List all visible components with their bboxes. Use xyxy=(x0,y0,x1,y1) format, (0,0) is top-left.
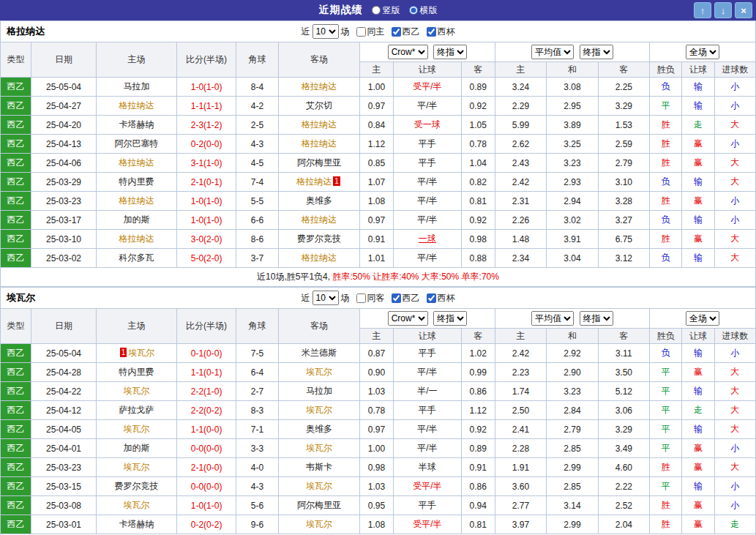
team-link[interactable]: 埃瓦尔 xyxy=(306,443,332,453)
scope-select[interactable]: 全场 xyxy=(686,311,719,326)
same-venue-checkbox[interactable]: 同主 xyxy=(356,26,385,38)
recent-count-select[interactable]: 10 xyxy=(312,24,339,39)
team-link[interactable]: 加的斯 xyxy=(124,214,150,225)
score-cell[interactable]: 1-0(1-0) xyxy=(177,496,236,515)
score-cell[interactable]: 0-0(0-0) xyxy=(177,439,236,458)
score-cell[interactable]: 1-0(1-0) xyxy=(177,211,236,230)
league-input[interactable] xyxy=(392,27,401,37)
team-link[interactable]: 格拉纳达 xyxy=(119,195,154,206)
layout-horizontal-radio[interactable] xyxy=(409,6,418,15)
score-cell[interactable]: 1-0(1-0) xyxy=(177,78,236,97)
score-cell[interactable]: 1-0(1-0) xyxy=(177,192,236,211)
euro-time-select[interactable]: 终指 xyxy=(580,311,613,326)
layout-vertical-radio[interactable] xyxy=(372,6,381,15)
match-row: 西乙25-04-05埃瓦尔1-1(0-0)7-1奥维多0.97平/半0.922.… xyxy=(1,420,756,439)
cup-input[interactable] xyxy=(427,27,436,37)
team-link[interactable]: 埃瓦尔 xyxy=(306,405,332,415)
score-cell[interactable]: 2-1(0-1) xyxy=(177,173,236,192)
score-cell[interactable]: 0-2(0-0) xyxy=(177,135,236,154)
layout-radio-group: 竖版 横版 xyxy=(372,4,438,17)
score-cell[interactable]: 2-3(1-2) xyxy=(177,116,236,135)
odds-time-select[interactable]: 终指 xyxy=(433,311,467,326)
score-cell[interactable]: 1-1(0-1) xyxy=(177,363,236,382)
score-cell[interactable]: 0-0(0-0) xyxy=(177,477,236,496)
team-link[interactable]: 萨拉戈萨 xyxy=(119,405,154,415)
score-cell[interactable]: 3-0(2-0) xyxy=(177,230,236,249)
score-cell[interactable]: 2-2(1-0) xyxy=(177,382,236,401)
team-link[interactable]: 艾尔切 xyxy=(306,100,332,111)
team-link[interactable]: 埃瓦尔 xyxy=(124,462,150,472)
team-link[interactable]: 格拉纳达 xyxy=(302,138,337,149)
recent-count-select[interactable]: 10 xyxy=(312,291,339,305)
same-venue-checkbox[interactable]: 同客 xyxy=(356,292,385,304)
move-up-button[interactable]: ↑ xyxy=(694,2,711,18)
team-link[interactable]: 格拉纳达 xyxy=(119,157,154,168)
team-link[interactable]: 费罗尔竞技 xyxy=(297,233,341,244)
same-venue-input[interactable] xyxy=(356,27,366,37)
layout-vertical-option[interactable]: 竖版 xyxy=(372,4,400,17)
team-link[interactable]: 埃瓦尔 xyxy=(128,348,154,358)
move-down-button[interactable]: ↓ xyxy=(714,2,732,18)
euro-avg-select[interactable]: 平均值 xyxy=(531,311,574,326)
ah-home-odds: 0.98 xyxy=(359,458,393,477)
team-link[interactable]: 埃瓦尔 xyxy=(306,519,332,529)
team-link[interactable]: 埃瓦尔 xyxy=(306,367,332,377)
team-link[interactable]: 埃瓦尔 xyxy=(124,424,150,434)
team-link[interactable]: 米兰德斯 xyxy=(302,348,337,358)
layout-horizontal-option[interactable]: 横版 xyxy=(409,4,438,17)
odds-time-select[interactable]: 终指 xyxy=(433,45,467,59)
team-link[interactable]: 阿尔梅里亚 xyxy=(297,157,341,168)
team-link[interactable]: 格拉纳达 xyxy=(302,119,337,130)
bookmaker-select[interactable]: Crow* xyxy=(388,45,428,59)
team-link[interactable]: 科尔多瓦 xyxy=(119,252,154,263)
score-cell[interactable]: 2-2(0-2) xyxy=(177,401,236,420)
team-link[interactable]: 埃瓦尔 xyxy=(124,500,150,510)
goals-result-cell: 大 xyxy=(714,363,755,382)
team-link[interactable]: 阿尔巴塞特 xyxy=(115,138,159,149)
score-cell[interactable]: 0-1(0-0) xyxy=(177,344,236,363)
team-link[interactable]: 格拉纳达 xyxy=(119,233,154,244)
euro-avg-select[interactable]: 平均值 xyxy=(531,45,574,59)
team-link[interactable]: 格拉纳达 xyxy=(302,252,337,263)
team-link[interactable]: 费罗尔竞技 xyxy=(115,481,159,491)
score-cell[interactable]: 1-1(1-1) xyxy=(177,97,236,116)
score-cell[interactable]: 5-0(2-0) xyxy=(177,249,236,268)
league-checkbox[interactable]: 西乙 xyxy=(392,292,420,304)
team-link[interactable]: 埃瓦尔 xyxy=(306,481,332,491)
euro-away-odds: 6.75 xyxy=(598,230,649,249)
team-link[interactable]: 韦斯卡 xyxy=(306,462,332,472)
score-cell[interactable]: 3-1(1-0) xyxy=(177,154,236,173)
score-cell[interactable]: 0-2(0-2) xyxy=(177,515,236,534)
team-link[interactable]: 特内里费 xyxy=(119,176,154,187)
euro-time-select[interactable]: 终指 xyxy=(580,45,613,59)
home-team-cell: 埃瓦尔 xyxy=(96,496,177,515)
team-link[interactable]: 埃瓦尔 xyxy=(124,386,150,396)
away-team-cell: 格拉纳达 xyxy=(279,249,360,268)
bookmaker-select[interactable]: Crow* xyxy=(388,311,428,326)
team-link[interactable]: 加的斯 xyxy=(124,443,150,453)
away-team-cell: 艾尔切 xyxy=(279,97,360,116)
team-link[interactable]: 格拉纳达 xyxy=(296,176,332,187)
team-link[interactable]: 奥维多 xyxy=(306,195,332,206)
team-link[interactable]: 马拉加 xyxy=(306,386,332,396)
team-link[interactable]: 马拉加 xyxy=(124,81,150,91)
league-input[interactable] xyxy=(392,293,401,303)
cup-checkbox[interactable]: 西杯 xyxy=(427,292,455,304)
team-link[interactable]: 格拉纳达 xyxy=(302,81,337,91)
team-link[interactable]: 奥维多 xyxy=(306,424,332,434)
team-link[interactable]: 阿尔梅里亚 xyxy=(297,500,341,510)
page-title: 近期战绩 xyxy=(319,4,363,17)
score-cell[interactable]: 1-1(0-0) xyxy=(177,420,236,439)
team-link[interactable]: 格拉纳达 xyxy=(119,100,154,111)
league-checkbox[interactable]: 西乙 xyxy=(392,26,420,38)
team-link[interactable]: 格拉纳达 xyxy=(302,214,337,225)
team-link[interactable]: 特内里费 xyxy=(119,367,154,377)
score-cell[interactable]: 2-1(0-0) xyxy=(177,458,236,477)
team-link[interactable]: 卡塔赫纳 xyxy=(119,119,154,130)
cup-checkbox[interactable]: 西杯 xyxy=(427,26,455,38)
team-link[interactable]: 卡塔赫纳 xyxy=(119,519,154,529)
same-venue-input[interactable] xyxy=(356,293,366,303)
close-button[interactable]: × xyxy=(735,2,752,18)
scope-select[interactable]: 全场 xyxy=(686,45,719,59)
cup-input[interactable] xyxy=(427,293,436,303)
